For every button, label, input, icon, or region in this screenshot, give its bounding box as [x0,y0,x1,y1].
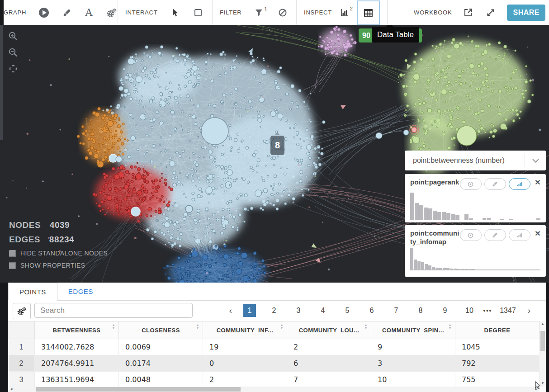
page-button-1[interactable]: 1 [243,304,256,317]
bars-mode-pill[interactable] [509,178,530,190]
zoom-in-button[interactable] [7,30,19,42]
column-header-betweenness[interactable]: BETWEENNESS▲▼ [35,321,119,339]
histogram-panel-community-infomap: point:community_infomap × [405,225,546,277]
table-cell: 1363151.9694 [35,372,119,388]
scroll-down-icon[interactable]: ▼ [540,380,546,387]
histogram-bar [424,208,428,220]
histogram-bar [446,213,450,220]
pagerank-histogram[interactable] [410,193,540,220]
histograms-icon[interactable]: 2 [338,5,351,20]
focus-mode-pill[interactable] [460,178,482,190]
search-input[interactable] [34,303,193,318]
data-table-drawer: POINTS EDGES ‹ 12345678910 ●●● 1347 › BE… [0,283,549,392]
data-table-button[interactable] [357,0,380,25]
horizontal-scrollbar[interactable]: ◄ ► [8,387,540,392]
histogram-bar [455,215,459,220]
paint-mode-pill[interactable] [484,178,506,190]
attribute-dropdown-value: point:betweenness (number) [405,156,525,165]
pagination-pages: 12345678910 [237,304,482,317]
table-cell: 6 [287,355,371,372]
page-button-2[interactable]: 2 [268,304,280,317]
last-page-button[interactable]: 1347 [497,307,519,315]
prev-page-button[interactable]: ‹ [224,306,237,316]
page-button-4[interactable]: 4 [317,304,329,317]
focus-mode-pill[interactable] [460,229,482,241]
sort-arrows-icon: ▲▼ [196,323,199,330]
page-button-9[interactable]: 9 [439,304,451,317]
play-icon[interactable] [38,5,50,20]
table-cell: 792 [455,355,540,372]
page-button-8[interactable]: 8 [414,304,427,317]
close-icon[interactable]: × [535,229,540,238]
share-button[interactable]: SHARE [507,5,545,21]
histogram-bar [464,214,469,220]
graph-group-label: GRAPH [4,9,26,16]
table-settings-button[interactable] [13,303,31,319]
attribute-dropdown[interactable]: point:betweenness (number) [405,151,546,170]
graph-canvas[interactable]: NODES 4039 EDGES 88234 HIDE STANDALONE N… [0,25,549,283]
center-view-button[interactable] [7,63,19,75]
histogram-bar [415,203,419,220]
column-header-degree[interactable]: DEGREE [455,321,540,339]
table-row-3[interactable]: 31363151.96940.00482710755 [9,372,540,388]
filter-funnel-icon[interactable]: 1 [253,5,265,20]
pagination-ellipsis[interactable]: ●●● [482,308,493,313]
vertical-scroll-thumb[interactable] [540,331,545,351]
page-button-10[interactable]: 10 [463,304,476,317]
histogram-title: point:community_infomap [410,229,460,246]
page-button-7[interactable]: 7 [390,304,402,317]
show-properties-checkbox[interactable]: SHOW PROPERTIES [9,262,108,269]
table-cell: 0.0069 [119,339,203,355]
column-header-closeness[interactable]: CLOSENESS▲▼ [119,321,203,339]
toolbar-group-interact: INTERACT [118,0,213,25]
table-cell: 755 [455,372,540,388]
marquee-select-icon[interactable] [192,5,204,20]
filter-count-badge: 1 [264,6,267,11]
histogram-bar [433,211,437,220]
column-header-community-inf-[interactable]: COMMUNITY_INF...▲▼ [203,321,287,339]
toolbar-group-inspect: INSPECT 2 [297,0,388,25]
histogram-panel-pagerank: point:pagerank × [405,174,546,222]
table-cell: 9 [371,339,455,355]
open-workbook-icon[interactable] [462,5,474,20]
fullscreen-icon[interactable] [484,5,497,20]
scroll-right-icon[interactable]: ► [533,387,540,392]
horizontal-scroll-thumb[interactable] [36,387,241,392]
paint-mode-pill[interactable] [484,229,506,241]
zoom-out-button[interactable] [7,47,19,58]
toolbar-group-filter: FILTER 1 [213,0,297,25]
close-icon[interactable]: × [535,178,540,187]
cursor-select-icon[interactable] [168,5,181,20]
exclusion-icon[interactable] [276,5,289,20]
table-row-1[interactable]: 13144002.76280.006919291045 [9,339,540,355]
table-cell: 3144002.7628 [35,339,119,355]
histogram-bar [437,212,441,220]
page-button-5[interactable]: 5 [341,304,354,317]
settings-gears-icon[interactable] [106,5,118,20]
table-row-2[interactable]: 22074764.99110.0174063792 [9,355,540,372]
page-button-3[interactable]: 3 [292,304,305,317]
histogram-bar [487,218,491,220]
tab-points[interactable]: POINTS [8,283,57,301]
next-page-button[interactable]: › [522,306,536,316]
column-header-community-spin-[interactable]: COMMUNITY_SPIN...▲▼ [371,321,455,339]
scroll-up-icon[interactable]: ▲ [540,321,546,327]
table-cell: 10 [371,372,455,388]
row-number-header [9,321,35,339]
histogram-bar [425,264,428,269]
vertical-scrollbar[interactable]: ▲ ▼ [540,321,546,387]
bars-mode-pill[interactable] [509,229,530,241]
histogram-bar [421,262,424,269]
scroll-left-icon[interactable]: ◄ [8,387,14,392]
table-tabs: POINTS EDGES [8,283,546,301]
page-button-6[interactable]: 6 [365,304,378,317]
table-cell: 2 [287,339,371,355]
column-header-community-lou-[interactable]: COMMUNITY_LOU...▲▼ [287,321,371,339]
histogram-bar [469,218,473,220]
community-infomap-histogram[interactable] [410,248,540,270]
text-labels-icon[interactable]: A [84,5,94,20]
brush-icon[interactable] [62,5,72,20]
tab-edges[interactable]: EDGES [57,282,104,300]
histogram-bar [454,269,457,269]
hide-standalone-checkbox[interactable]: HIDE STANDALONE NODES [9,250,108,257]
